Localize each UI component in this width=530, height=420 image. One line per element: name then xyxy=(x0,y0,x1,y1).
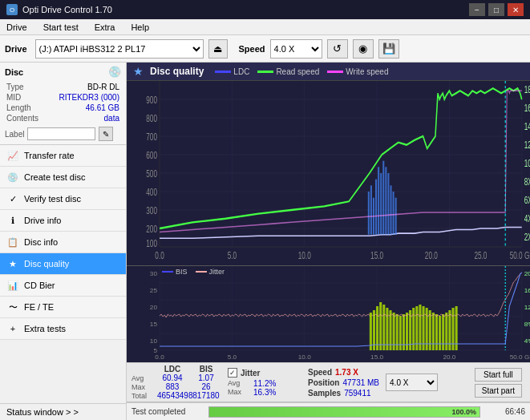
stats-bar: LDC BIS Avg 60.94 1.07 Max 883 26 Total … xyxy=(127,362,530,402)
jitter-avg-label: Avg xyxy=(228,379,250,388)
svg-text:15: 15 xyxy=(150,321,158,328)
bottom-chart: BIS Jitter xyxy=(127,266,530,362)
sidebar-label-disc-info: Disc info xyxy=(24,237,58,247)
length-val: 46.61 GB xyxy=(52,103,119,112)
status-window[interactable]: Status window > > xyxy=(0,403,126,420)
disc-quality-chart-icon: ★ xyxy=(133,65,144,78)
read-speed-legend-label: Read speed xyxy=(276,67,319,76)
jitter-legend-label: Jitter xyxy=(209,268,225,276)
write-speed-legend-label: Write speed xyxy=(346,67,388,76)
svg-rect-49 xyxy=(387,173,389,235)
menu-help[interactable]: Help xyxy=(127,21,152,34)
svg-text:400: 400 xyxy=(146,187,157,197)
svg-rect-46 xyxy=(380,173,382,235)
disc-quality-icon: ★ xyxy=(6,257,19,270)
type-label: Type xyxy=(6,83,51,91)
sidebar-item-extra-tests[interactable]: + Extra tests xyxy=(0,318,126,340)
write-speed-legend-color xyxy=(327,71,343,73)
svg-text:5.0: 5.0 xyxy=(228,251,237,261)
maximize-button[interactable]: □ xyxy=(488,3,504,16)
jitter-avg: 11.2% xyxy=(253,379,276,388)
svg-rect-83 xyxy=(370,313,372,350)
bis-avg: 1.07 xyxy=(191,374,221,382)
svg-text:12X: 12X xyxy=(524,140,530,151)
sidebar-item-create-test-disc[interactable]: 💿 Create test disc xyxy=(0,167,126,188)
progress-fill: 100.0% xyxy=(209,407,479,417)
record-button[interactable]: ◉ xyxy=(353,39,374,59)
svg-text:15.0: 15.0 xyxy=(370,353,383,361)
svg-text:16X: 16X xyxy=(524,103,530,114)
contents-label: Contents xyxy=(6,114,51,123)
drive-select[interactable]: (J:) ATAPI iHBS312 2 PL17 xyxy=(35,39,204,59)
svg-rect-54 xyxy=(127,266,530,362)
svg-rect-47 xyxy=(382,161,384,235)
ldc-stats: LDC BIS Avg 60.94 1.07 Max 883 26 Total … xyxy=(131,365,221,400)
svg-text:25.0: 25.0 xyxy=(474,251,487,261)
menubar: Drive Start test Extra Help xyxy=(0,19,530,35)
bis-legend: BIS Jitter xyxy=(162,268,225,276)
start-part-button[interactable]: Start part xyxy=(475,384,522,398)
svg-text:16%: 16% xyxy=(524,287,530,294)
sidebar-item-cd-bier[interactable]: 📊 CD Bier xyxy=(0,275,126,297)
sidebar-label-cd-bier: CD Bier xyxy=(24,281,55,290)
titlebar: O Opti Drive Control 1.70 − □ ✕ xyxy=(0,0,530,19)
speed-label: Speed xyxy=(239,44,265,54)
sidebar: Disc 💿 Type BD-R DL MID RITEKDR3 (000) L… xyxy=(0,63,127,420)
save-button[interactable]: 💾 xyxy=(378,39,399,59)
progress-wrapper: Test completed 100.0% 66:46 xyxy=(127,402,530,420)
disc-title: Disc xyxy=(5,67,23,77)
status-window-label: Status window > > xyxy=(6,407,79,417)
sidebar-item-transfer-rate[interactable]: 📈 Transfer rate xyxy=(0,145,126,167)
speed-stats: Speed 1.73 X Position 47731 MB Samples 7… xyxy=(308,368,379,398)
svg-text:300: 300 xyxy=(146,205,157,216)
sidebar-item-fe-te[interactable]: 〜 FE / TE xyxy=(0,297,126,318)
svg-text:4X: 4X xyxy=(524,214,530,224)
sidebar-label-verify-test-disc: Verify test disc xyxy=(24,194,81,204)
cd-bier-icon: 📊 xyxy=(6,279,19,292)
transfer-rate-icon: 📈 xyxy=(6,149,19,162)
menu-extra[interactable]: Extra xyxy=(91,21,119,34)
jitter-max-label: Max xyxy=(228,388,250,397)
label-edit-button[interactable]: ✎ xyxy=(99,127,113,141)
stats-speed-select[interactable]: 4.0 X xyxy=(386,374,438,391)
svg-text:20.0: 20.0 xyxy=(425,251,438,261)
svg-rect-86 xyxy=(379,302,382,350)
progress-time: 66:46 xyxy=(485,407,525,416)
svg-text:5.0: 5.0 xyxy=(228,353,237,361)
speed-select[interactable]: 4.0 X xyxy=(270,39,322,59)
bis-total: 817180 xyxy=(191,391,221,400)
sidebar-item-verify-test-disc[interactable]: ✓ Verify test disc xyxy=(0,188,126,210)
svg-rect-88 xyxy=(386,308,388,350)
svg-text:700: 700 xyxy=(146,131,157,142)
svg-rect-85 xyxy=(376,306,378,350)
total-label: Total xyxy=(131,392,154,400)
sidebar-item-drive-info[interactable]: ℹ Drive info xyxy=(0,210,126,232)
svg-text:500: 500 xyxy=(146,168,157,179)
svg-text:0.0: 0.0 xyxy=(155,251,164,261)
length-label: Length xyxy=(6,103,51,112)
eject-button[interactable]: ⏏ xyxy=(208,39,228,59)
svg-text:10: 10 xyxy=(150,337,158,345)
sidebar-label-fe-te: FE / TE xyxy=(24,302,54,312)
mid-val: RITEKDR3 (000) xyxy=(52,93,119,102)
minimize-button[interactable]: − xyxy=(469,3,485,16)
close-button[interactable]: ✕ xyxy=(508,3,524,16)
menu-start-test[interactable]: Start test xyxy=(40,21,82,34)
sidebar-label-disc-quality: Disc quality xyxy=(24,259,69,269)
svg-rect-50 xyxy=(390,185,391,234)
disc-section: Disc 💿 Type BD-R DL MID RITEKDR3 (000) L… xyxy=(0,63,126,145)
jitter-checkbox[interactable]: ✓ xyxy=(228,368,237,378)
speed-select-wrapper: 4.0 X xyxy=(386,374,438,391)
main-layout: Disc 💿 Type BD-R DL MID RITEKDR3 (000) L… xyxy=(0,63,530,420)
menu-drive[interactable]: Drive xyxy=(3,21,30,34)
sidebar-item-disc-quality[interactable]: ★ Disc quality xyxy=(0,253,126,275)
label-input[interactable] xyxy=(27,127,95,140)
sidebar-label-drive-info: Drive info xyxy=(24,216,61,225)
refresh-button[interactable]: ↺ xyxy=(327,39,348,59)
chart-title: Disc quality xyxy=(150,66,204,77)
sidebar-item-disc-info[interactable]: 📋 Disc info xyxy=(0,232,126,253)
svg-text:20.0: 20.0 xyxy=(443,353,455,361)
svg-text:50.0 GB: 50.0 GB xyxy=(510,353,530,361)
start-full-button[interactable]: Start full xyxy=(475,368,522,382)
position-val: 47731 MB xyxy=(342,378,379,387)
